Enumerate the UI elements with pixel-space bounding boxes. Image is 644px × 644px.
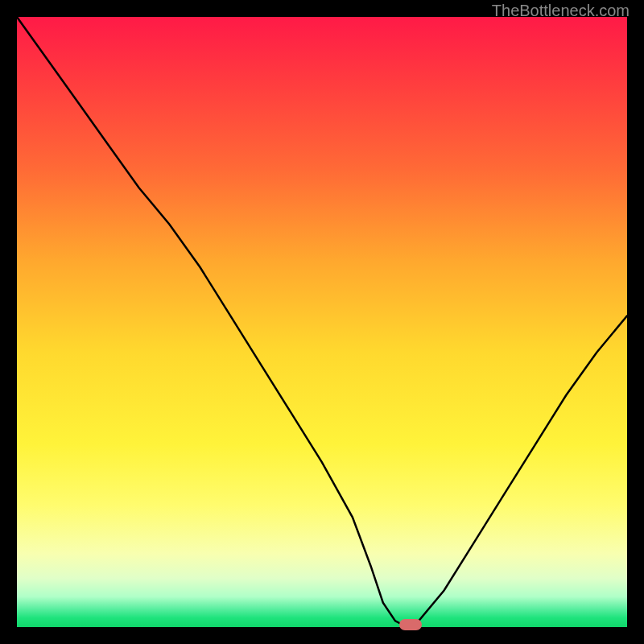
chart-plot-area bbox=[17, 17, 627, 627]
bottleneck-curve-line bbox=[17, 17, 627, 627]
watermark-text: TheBottleneck.com bbox=[492, 2, 630, 20]
optimum-marker bbox=[399, 619, 422, 630]
chart-line-svg bbox=[17, 17, 627, 627]
